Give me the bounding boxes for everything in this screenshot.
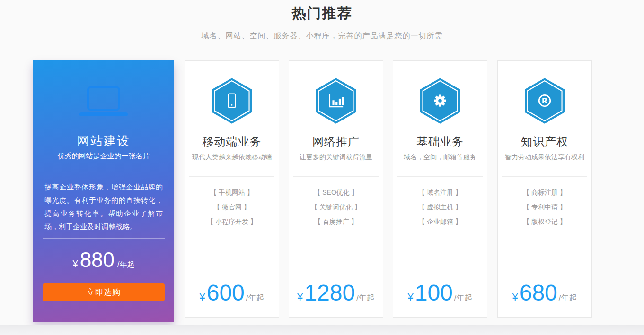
card-title: 网络推广 bbox=[312, 135, 360, 149]
card-title: 知识产权 bbox=[521, 135, 568, 149]
section-header: 热门推荐 域名、网站、空间、服务器、小程序，完善的产品满足您的一切所需 bbox=[0, 0, 644, 41]
service-item-list: 【 商标注册 】 【 专利申请 】 【 版权登记 】 bbox=[523, 185, 566, 229]
price-amount: 1280 bbox=[304, 280, 355, 306]
service-item: 【 SEO优化 】 bbox=[311, 185, 361, 200]
divider bbox=[502, 176, 587, 177]
card-price: ¥ 680 /年起 bbox=[512, 280, 577, 306]
price-unit: /年起 bbox=[356, 292, 375, 303]
section-subtitle: 域名、网站、空间、服务器、小程序，完善的产品满足您的一切所需 bbox=[0, 31, 644, 41]
price-amount: 100 bbox=[415, 280, 453, 306]
service-item: 【 企业邮箱 】 bbox=[418, 215, 462, 229]
divider bbox=[397, 242, 483, 242]
featured-price: ¥ 880 /年起 bbox=[73, 248, 135, 272]
svg-text:R: R bbox=[542, 96, 547, 105]
divider bbox=[397, 176, 483, 177]
price-currency: ¥ bbox=[512, 291, 518, 303]
service-item: 【 域名注册 】 bbox=[418, 185, 462, 200]
divider bbox=[189, 242, 274, 242]
smartphone-icon bbox=[212, 78, 252, 124]
service-item-list: 【 域名注册 】 【 虚拟主机 】 【 企业邮箱 】 bbox=[418, 185, 462, 229]
price-amount: 600 bbox=[207, 280, 245, 306]
card-subtitle: 智力劳动成果依法享有权利 bbox=[505, 152, 584, 162]
section-title: 热门推荐 bbox=[0, 4, 644, 23]
service-item: 【 手机网站 】 bbox=[207, 185, 257, 200]
divider bbox=[502, 242, 587, 242]
price-amount: 880 bbox=[80, 248, 115, 272]
card-price: ¥ 600 /年起 bbox=[199, 280, 264, 306]
laptop-icon bbox=[75, 86, 132, 117]
featured-card-subtitle: 优秀的网站是企业的一张名片 bbox=[58, 151, 150, 161]
gear-icon bbox=[420, 78, 460, 124]
price-currency: ¥ bbox=[297, 291, 303, 303]
card-subtitle: 现代人类越来越依赖移动端 bbox=[192, 152, 272, 162]
buy-now-button[interactable]: 立即选购 bbox=[43, 283, 165, 301]
bar-chart-icon bbox=[316, 78, 356, 124]
card-subtitle: 域名，空间，邮箱等服务 bbox=[404, 152, 476, 162]
featured-card-description: 提高企业整体形象，增强企业品牌的曝光度。有利于业务的的直接转化，提高业务转化率。… bbox=[33, 180, 174, 233]
service-item: 【 关键词优化 】 bbox=[311, 200, 361, 215]
service-card-mobile[interactable]: 移动端业务 现代人类越来越依赖移动端 【 手机网站 】 【 微官网 】 【 小程… bbox=[185, 60, 279, 318]
service-item: 【 专利申请 】 bbox=[523, 200, 566, 215]
price-unit: /年起 bbox=[559, 292, 577, 303]
price-currency: ¥ bbox=[199, 291, 205, 303]
next-section-edge bbox=[0, 325, 644, 335]
service-card-promotion[interactable]: 网络推广 让更多的关键词获得流量 【 SEO优化 】 【 关键词优化 】 【 百… bbox=[289, 60, 383, 318]
card-price: ¥ 1280 /年起 bbox=[297, 280, 375, 306]
service-item: 【 百度推广 】 bbox=[311, 215, 361, 229]
service-item: 【 小程序开发 】 bbox=[207, 215, 257, 229]
service-item: 【 版权登记 】 bbox=[523, 215, 566, 229]
service-item: 【 微官网 】 bbox=[207, 200, 257, 215]
service-card-ip[interactable]: R 知识产权 智力劳动成果依法享有权利 【 商标注册 】 【 专利申请 】 【 … bbox=[497, 60, 592, 318]
price-amount: 680 bbox=[520, 280, 557, 306]
service-item-list: 【 SEO优化 】 【 关键词优化 】 【 百度推广 】 bbox=[311, 185, 361, 229]
featured-card-website-building[interactable]: 网站建设 优秀的网站是企业的一张名片 提高企业整体形象，增强企业品牌的曝光度。有… bbox=[33, 60, 174, 322]
card-price: ¥ 100 /年起 bbox=[407, 280, 472, 306]
price-unit: /年起 bbox=[246, 292, 265, 303]
price-currency: ¥ bbox=[407, 291, 413, 303]
card-subtitle: 让更多的关键词获得流量 bbox=[300, 152, 372, 162]
price-currency: ¥ bbox=[73, 258, 78, 269]
service-item: 【 虚拟主机 】 bbox=[418, 200, 462, 215]
service-item: 【 商标注册 】 bbox=[523, 185, 566, 200]
divider bbox=[293, 242, 379, 242]
divider bbox=[189, 176, 274, 177]
service-item-list: 【 手机网站 】 【 微官网 】 【 小程序开发 】 bbox=[207, 185, 257, 229]
divider bbox=[43, 176, 165, 176]
divider bbox=[293, 176, 379, 177]
divider bbox=[43, 238, 165, 239]
service-card-basic[interactable]: 基础业务 域名，空间，邮箱等服务 【 域名注册 】 【 虚拟主机 】 【 企业邮… bbox=[393, 60, 487, 318]
price-unit: /年起 bbox=[117, 260, 134, 270]
price-unit: /年起 bbox=[454, 292, 473, 303]
card-title: 移动端业务 bbox=[203, 135, 262, 149]
featured-card-title: 网站建设 bbox=[77, 133, 130, 149]
registered-trademark-icon: R bbox=[525, 78, 565, 124]
card-title: 基础业务 bbox=[416, 135, 464, 149]
